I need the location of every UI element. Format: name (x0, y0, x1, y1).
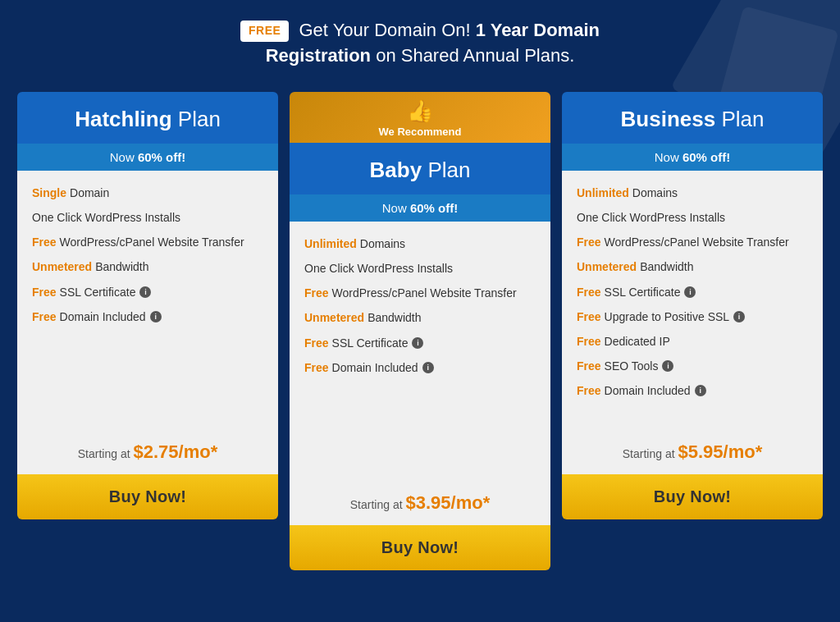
baby-feature-5: Free SSL Certificate i (304, 336, 536, 350)
business-positive-ssl-info-icon[interactable]: i (733, 311, 745, 322)
recommend-badge-container: 👍 We Recommend (290, 92, 550, 143)
business-discount-bold: 60% off! (682, 150, 730, 164)
business-f9-highlight: Free (577, 383, 601, 398)
baby-feature-3: Free WordPress/cPanel Website Transfer (304, 286, 536, 300)
header-bold-text: 1 Year Domain (476, 20, 600, 40)
business-pricing: Starting at $5.95/mo* (562, 433, 823, 474)
baby-header: Baby Plan (290, 143, 550, 194)
business-f1-highlight: Unlimited (577, 185, 629, 200)
business-name-bold: Business (621, 107, 716, 131)
hatchling-discount-text: Now (110, 150, 138, 164)
business-f5-text: SSL Certificate i (605, 285, 696, 300)
business-buy-button[interactable]: Buy Now! (562, 474, 823, 519)
business-feature-4: Unmetered Bandwidth (577, 259, 808, 274)
hatchling-discount-bar: Now 60% off! (17, 144, 278, 171)
hatchling-f5-text: SSL Certificate i (60, 285, 152, 300)
business-discount-text: Now (655, 150, 682, 164)
baby-f6-text: Domain Included i (332, 360, 434, 375)
free-badge: FREE (240, 21, 289, 42)
business-header: Business Plan (562, 92, 823, 144)
hatchling-f6-text: Domain Included i (60, 309, 162, 324)
baby-feature-1: Unlimited Domains (304, 236, 536, 251)
hatchling-buy-button[interactable]: Buy Now! (17, 474, 278, 519)
business-domain-info-icon[interactable]: i (695, 385, 706, 396)
plan-card-hatchling: Hatchling Plan Now 60% off! Single Domai… (17, 92, 278, 519)
business-feature-3: Free WordPress/cPanel Website Transfer (577, 235, 808, 249)
baby-f1-highlight: Unlimited (304, 236, 357, 251)
hatchling-name-bold: Hatchling (75, 107, 171, 131)
header-line1-text: Get Your Domain On! (294, 20, 475, 40)
hatchling-feature-5: Free SSL Certificate i (32, 285, 263, 300)
baby-discount-text: Now (382, 201, 410, 215)
baby-f4-text: Bandwidth (368, 310, 421, 325)
business-name-normal: Plan (715, 107, 764, 131)
baby-f5-text: SSL Certificate i (332, 336, 424, 350)
baby-f6-highlight: Free (304, 360, 329, 375)
hatchling-domain-info-icon[interactable]: i (150, 311, 162, 322)
hatchling-feature-6: Free Domain Included i (32, 309, 263, 324)
page-wrapper: FREE Get Your Domain On! 1 Year Domain R… (0, 0, 840, 587)
hatchling-header: Hatchling Plan (17, 92, 278, 144)
business-f3-text: WordPress/cPanel Website Transfer (605, 235, 789, 249)
baby-starting-text: Starting at (350, 498, 406, 511)
baby-buy-button[interactable]: Buy Now! (290, 525, 550, 570)
baby-plan-name: Baby Plan (306, 158, 534, 183)
business-f4-highlight: Unmetered (577, 259, 637, 274)
plan-card-business: Business Plan Now 60% off! Unlimited Dom… (562, 92, 823, 519)
baby-pricing: Starting at $3.95/mo* (290, 484, 550, 525)
business-f8-highlight: Free (577, 359, 601, 373)
baby-features: Unlimited Domains One Click WordPress In… (290, 222, 550, 484)
hatchling-plan-name: Hatchling Plan (34, 107, 262, 132)
baby-f3-highlight: Free (304, 286, 329, 300)
business-plan-name: Business Plan (578, 107, 806, 132)
hatchling-f6-highlight: Free (32, 309, 57, 324)
baby-feature-6: Free Domain Included i (304, 360, 536, 375)
hatchling-ssl-info-icon[interactable]: i (139, 286, 151, 298)
business-feature-7: Free Dedicated IP (577, 334, 808, 349)
business-f2-text: One Click WordPress Installs (577, 210, 725, 225)
hatchling-feature-3: Free WordPress/cPanel Website Transfer (32, 235, 263, 249)
plan-card-baby: 👍 We Recommend Baby Plan Now 60% off! Un… (290, 92, 550, 570)
recommend-thumb-icon: 👍 (298, 98, 542, 124)
business-f4-text: Bandwidth (640, 259, 693, 274)
hatchling-f1-text: Domain (70, 185, 109, 200)
business-feature-9: Free Domain Included i (577, 383, 808, 398)
hatchling-feature-4: Unmetered Bandwidth (32, 259, 263, 274)
baby-f5-highlight: Free (304, 336, 329, 350)
business-feature-8: Free SEO Tools i (577, 359, 808, 373)
business-f8-text: SEO Tools i (605, 359, 674, 373)
business-f1-text: Domains (632, 185, 678, 200)
hatchling-price: $2.75/mo* (133, 441, 217, 462)
hatchling-starting-text: Starting at (78, 447, 134, 460)
baby-domain-info-icon[interactable]: i (422, 362, 434, 373)
business-f3-highlight: Free (577, 235, 601, 249)
hatchling-f3-text: WordPress/cPanel Website Transfer (60, 235, 244, 249)
hatchling-f5-highlight: Free (32, 285, 57, 300)
business-price: $5.95/mo* (678, 441, 762, 462)
business-feature-2: One Click WordPress Installs (577, 210, 808, 225)
header-registration: Registration (266, 45, 371, 66)
business-f7-highlight: Free (577, 334, 601, 349)
business-seo-info-icon[interactable]: i (662, 360, 673, 372)
hatchling-f1-highlight: Single (32, 185, 66, 200)
plans-container: Hatchling Plan Now 60% off! Single Domai… (0, 84, 840, 587)
baby-discount-bar: Now 60% off! (290, 194, 550, 222)
baby-f4-highlight: Unmetered (304, 310, 364, 325)
business-ssl-info-icon[interactable]: i (684, 286, 696, 298)
hatchling-discount-bold: 60% off! (138, 150, 185, 164)
hatchling-features: Single Domain One Click WordPress Instal… (17, 171, 278, 433)
baby-ssl-info-icon[interactable]: i (412, 337, 423, 349)
business-f9-text: Domain Included i (605, 383, 706, 398)
hatchling-f2-text: One Click WordPress Installs (32, 210, 180, 225)
baby-feature-2: One Click WordPress Installs (304, 261, 536, 276)
baby-name-normal: Plan (422, 158, 470, 182)
business-feature-6: Free Upgrade to Positive SSL i (577, 309, 808, 324)
hatchling-feature-1: Single Domain (32, 185, 263, 200)
hatchling-name-normal: Plan (172, 107, 221, 131)
hatchling-pricing: Starting at $2.75/mo* (17, 433, 278, 474)
baby-f1-text: Domains (360, 236, 405, 251)
business-f5-highlight: Free (577, 285, 601, 300)
hatchling-feature-2: One Click WordPress Installs (32, 210, 263, 225)
baby-name-bold: Baby (370, 158, 422, 182)
business-feature-1: Unlimited Domains (577, 185, 808, 200)
